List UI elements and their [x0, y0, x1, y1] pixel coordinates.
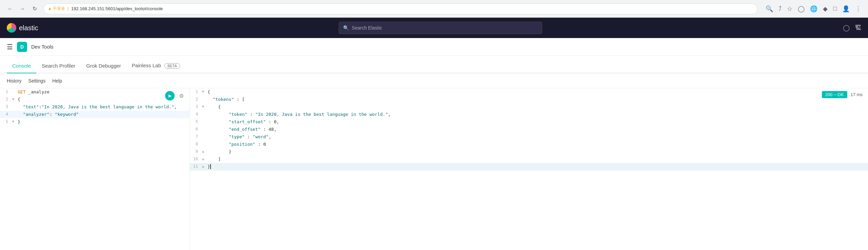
out-arrow-7 — [202, 133, 208, 138]
out-content-3: { — [208, 104, 868, 110]
line-arrow-1 — [12, 89, 18, 93]
out-arrow-3: ▼ — [202, 104, 208, 108]
output-line-1: 1 ▼ { — [190, 88, 868, 96]
security-warning: ▲ 不安全 | — [48, 6, 68, 12]
out-arrow-1: ▼ — [202, 89, 208, 93]
output-line-8: 8 "position" : 0 — [190, 141, 868, 148]
elastic-logo[interactable]: elastic — [7, 23, 38, 33]
line-arrow-5: ▼ — [12, 119, 18, 123]
editor-line-5: 5 ▼ } — [0, 118, 190, 126]
line-number-2: 2 — [0, 96, 12, 102]
puzzle-icon[interactable]: ◆ — [822, 4, 829, 14]
out-line-num-11: 11 — [190, 163, 202, 169]
search-icon[interactable]: 🔍 — [764, 4, 774, 14]
main-content: ▶ ⚙ 1 GET _analyze 2 ▼ { 3 "text":"In 20… — [0, 88, 868, 250]
out-arrow-2 — [202, 96, 208, 101]
browser-chrome: ← → ↻ ▲ 不安全 | 192.168.245.151:5601/app/d… — [0, 0, 868, 18]
out-line-num-3: 3 — [190, 104, 202, 109]
output-line-10: 10 ▲ ] — [190, 156, 868, 163]
out-line-num-5: 5 — [190, 119, 202, 124]
line-arrow-3 — [12, 104, 18, 108]
bookmark-icon[interactable]: ☆ — [786, 4, 794, 14]
editor-line-2: 2 ▼ { — [0, 96, 190, 103]
profile-icon[interactable]: 👤 — [841, 4, 851, 14]
out-content-6: "end_offset" : 48, — [208, 126, 868, 132]
out-line-num-6: 6 — [190, 126, 202, 131]
line-content-3: "text":"In 2020, Java is the best langua… — [18, 104, 190, 110]
beta-badge: BETA — [164, 63, 180, 69]
line-content-1: GET _analyze — [18, 89, 190, 95]
out-content-7: "type" : "word", — [208, 133, 868, 140]
output-line-4: 4 "token" : "In 2020, Java is the best l… — [190, 111, 868, 118]
out-arrow-11: ▲ — [202, 163, 208, 168]
out-arrow-4 — [202, 111, 208, 116]
global-search-bar[interactable]: 🔍 Search Elastic — [339, 22, 542, 34]
output-line-2: 2 "tokens" : [ — [190, 96, 868, 103]
breadcrumb-badge: D — [17, 42, 27, 52]
out-line-num-7: 7 — [190, 133, 202, 139]
search-placeholder: Search Elastic — [352, 25, 382, 31]
status-time: 17 ms — [851, 92, 863, 97]
out-arrow-8 — [202, 141, 208, 146]
tab-painless-lab[interactable]: Painless Lab BETA — [126, 58, 185, 73]
help-button[interactable]: Help — [52, 78, 62, 84]
out-arrow-10: ▲ — [202, 156, 208, 161]
hamburger-menu[interactable]: ☰ — [7, 43, 13, 51]
editor-line-1: 1 GET _analyze — [0, 88, 190, 96]
out-arrow-5 — [202, 119, 208, 123]
editor-line-3: 3 "text":"In 2020, Java is the best lang… — [0, 103, 190, 111]
output-line-3: 3 ▼ { — [190, 103, 868, 111]
output-line-9: 9 ▲ } — [190, 148, 868, 156]
line-number-3: 3 — [0, 104, 12, 109]
out-content-5: "start_offset" : 0, — [208, 119, 868, 125]
run-button[interactable]: ▶ — [165, 91, 175, 101]
header-right: ◯ 🏗 — [843, 24, 861, 32]
out-content-2: "tokens" : [ — [208, 96, 868, 103]
reload-button[interactable]: ↻ — [30, 4, 39, 14]
out-line-num-8: 8 — [190, 141, 202, 146]
history-button[interactable]: History — [7, 78, 22, 84]
settings-button[interactable]: Settings — [28, 78, 46, 84]
menu-icon[interactable]: ⋮ — [854, 4, 863, 14]
url-text: 192.168.245.151:5601/app/dev_tools#/cons… — [71, 6, 163, 11]
tab-grok-debugger[interactable]: Grok Debugger — [81, 59, 126, 73]
out-content-1: { — [208, 89, 868, 95]
out-line-num-2: 2 — [190, 96, 202, 102]
output-line-7: 7 "type" : "word", — [190, 133, 868, 141]
output-line-5: 5 "start_offset" : 0, — [190, 118, 868, 126]
out-line-num-1: 1 — [190, 89, 202, 94]
out-arrow-9: ▲ — [202, 148, 208, 153]
status-ok-badge: 200 – OK — [822, 91, 847, 98]
browser-nav: ← → ↻ — [5, 4, 39, 14]
back-button[interactable]: ← — [5, 4, 15, 14]
out-content-10: ] — [208, 156, 868, 162]
extension-icon[interactable]: ◯ — [796, 4, 806, 14]
line-content-2: { — [18, 96, 190, 103]
out-content-11: } — [208, 163, 868, 170]
tab-search-profiler[interactable]: Search Profiler — [36, 59, 81, 73]
line-number-5: 5 — [0, 119, 12, 124]
window-icon[interactable]: □ — [832, 4, 838, 14]
wrench-button[interactable]: ⚙ — [177, 91, 186, 101]
tab-console[interactable]: Console — [7, 59, 36, 73]
user-profile-icon[interactable]: 🏗 — [855, 24, 861, 32]
toolbar: History Settings Help — [0, 73, 868, 88]
tabs-bar: Console Search Profiler Grok Debugger Pa… — [0, 56, 868, 73]
elastic-logo-icon — [7, 23, 16, 33]
out-line-num-4: 4 — [190, 111, 202, 117]
help-circle-icon[interactable]: ◯ — [843, 24, 850, 32]
line-arrow-4 — [12, 111, 18, 116]
browser-actions: 🔍 ⤴ ☆ ◯ 🌐 ◆ □ 👤 ⋮ — [764, 4, 863, 14]
sub-header: ☰ D Dev Tools — [0, 38, 868, 56]
share-icon[interactable]: ⤴ — [777, 4, 783, 14]
out-arrow-6 — [202, 126, 208, 131]
out-content-8: "position" : 0 — [208, 141, 868, 147]
line-arrow-2: ▼ — [12, 96, 18, 101]
translate-icon[interactable]: 🌐 — [809, 4, 819, 14]
address-bar[interactable]: ▲ 不安全 | 192.168.245.151:5601/app/dev_too… — [43, 3, 757, 14]
forward-button[interactable]: → — [18, 4, 27, 14]
output-header: 200 – OK 17 ms — [822, 91, 863, 98]
output-line-11: 11 ▲ } — [190, 163, 868, 171]
editor-panel[interactable]: ▶ ⚙ 1 GET _analyze 2 ▼ { 3 "text":"In 20… — [0, 88, 190, 250]
output-line-6: 6 "end_offset" : 48, — [190, 126, 868, 133]
